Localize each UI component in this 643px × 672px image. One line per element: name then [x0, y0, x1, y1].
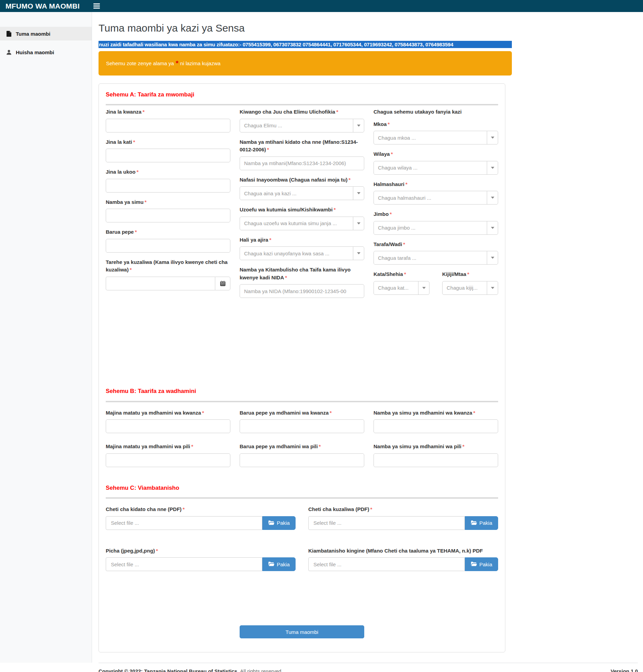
employment-label: Hali ya ajira* — [240, 236, 364, 244]
chevron-down-icon — [353, 217, 364, 230]
ward-field: Kata/Shehia* Chagua kat... — [374, 270, 429, 295]
middle-name-label: Jina la kati* — [106, 138, 230, 146]
form4-certificate-field: Cheti cha kidato cha nne (PDF)* Select f… — [106, 506, 296, 530]
division-select[interactable]: Chagua tarafa ... — [374, 251, 498, 265]
region-select[interactable]: Chagua mkoa ... — [374, 131, 498, 144]
select-placeholder: Chagua kijij... — [443, 281, 487, 294]
select-placeholder: Chagua kazi unayofanya kwa sasa ... — [240, 247, 353, 260]
experience-label: Uzoefu wa kutumia simu/Kishikwambi* — [240, 206, 364, 214]
first-name-input[interactable] — [106, 119, 230, 132]
form4-certificate-file-input[interactable]: Select file ... — [106, 516, 262, 530]
guarantor2-name-field: Majina matatu ya mdhamini wa pili* — [106, 443, 230, 467]
constituency-label: Jimbo* — [374, 210, 498, 218]
experience-select[interactable]: Chagua uzoefu wa kutumia simu janja ... — [240, 217, 364, 230]
photo-file-input[interactable]: Select file ... — [106, 557, 262, 571]
select-placeholder: Chagua jimbo ... — [374, 221, 487, 234]
other-attachment-field: Kiambatanisho kingine (Mfano Cheti cha t… — [308, 547, 498, 571]
position-label: Nafasi Inayoombwa (Chagua nafasi moja tu… — [240, 176, 364, 184]
guarantor2-phone-field: Namba ya simu ya mdhamini wa pili* — [374, 443, 498, 467]
division-field: Tarafa/Wadi* Chagua tarafa ... — [374, 241, 498, 265]
council-field: Halmashauri* Chagua halmashauri ... — [374, 181, 498, 205]
email-input[interactable] — [106, 239, 230, 253]
other-attachment-file-input[interactable]: Select file ... — [308, 557, 465, 571]
guarantor2-email-input[interactable] — [240, 453, 364, 467]
council-select[interactable]: Chagua halmashauri ... — [374, 191, 498, 205]
phone-input[interactable] — [106, 209, 230, 222]
village-field: Kijiji/Mtaa* Chagua kijij... — [442, 270, 498, 295]
sidebar: Tuma maombi Huisha maombi — [0, 12, 92, 663]
birth-certificate-file-input[interactable]: Select file ... — [308, 516, 465, 530]
sidebar-item-label: Huisha maombi — [16, 49, 54, 55]
app-title: MFUMO WA MAOMBI — [0, 2, 87, 10]
surname-input[interactable] — [106, 179, 230, 193]
birth-certificate-upload-button[interactable]: Pakia — [465, 516, 498, 530]
other-attachment-upload-button[interactable]: Pakia — [465, 557, 498, 571]
exam-number-input[interactable] — [240, 157, 364, 170]
guarantor1-email-input[interactable] — [240, 419, 364, 433]
position-select[interactable]: Chagua aina ya kazi ... — [240, 186, 364, 200]
council-label: Halmashauri* — [374, 181, 498, 188]
chevron-down-icon — [353, 247, 364, 260]
select-placeholder: Chagua wilaya ... — [374, 161, 487, 174]
chevron-down-icon — [487, 131, 498, 144]
footer: Copyright © 2022: Tanzania National Bure… — [99, 663, 638, 672]
calendar-icon[interactable] — [215, 277, 230, 290]
guarantor2-name-input[interactable] — [106, 453, 230, 467]
education-select[interactable]: Chagua Elimu ... — [240, 119, 364, 132]
guarantor1-phone-input[interactable] — [374, 419, 498, 433]
sidebar-item-tuma-maombi[interactable]: Tuma maombi — [0, 27, 92, 40]
chevron-down-icon — [353, 119, 364, 132]
constituency-field: Jimbo* Chagua jimbo ... — [374, 210, 498, 235]
page-title: Tuma maombi ya kazi ya Sensa — [99, 22, 512, 34]
select-placeholder: Chagua aina ya kazi ... — [240, 187, 353, 200]
section-c-title: Sehemu C: Viambatanisho — [106, 485, 498, 491]
folder-icon — [471, 561, 477, 567]
middle-name-input[interactable] — [106, 149, 230, 162]
employment-select[interactable]: Chagua kazi unayofanya kwa sasa ... — [240, 246, 364, 260]
section-a-title: Sehemu A: Taarifa za mwombaji — [106, 91, 498, 98]
folder-icon — [268, 561, 274, 567]
education-field: Kiwango cha Juu cha Elimu Ulichofikia* C… — [240, 108, 364, 132]
section-b-title: Sehemu B: Taarifa za wadhamini — [106, 388, 498, 395]
phone-label: Namba ya simu* — [106, 198, 230, 206]
select-placeholder: Chagua Elimu ... — [240, 119, 353, 132]
select-placeholder: Chagua halmashauri ... — [374, 191, 487, 204]
select-placeholder: Chagua kat... — [374, 281, 418, 294]
guarantor1-email-label: Barua pepe ya mdhamini wa kwanza* — [240, 409, 364, 417]
ward-select[interactable]: Chagua kat... — [374, 281, 429, 295]
ward-label: Kata/Shehia* — [374, 270, 429, 278]
guarantor2-email-field: Barua pepe ya mdhamini wa pili* — [240, 443, 364, 467]
nida-input[interactable] — [240, 284, 364, 298]
guarantor2-phone-input[interactable] — [374, 453, 498, 467]
alert-text-after: ni lazima kujazwa — [180, 60, 221, 66]
email-field: Barua pepe* — [106, 228, 230, 253]
form4-certificate-upload-button[interactable]: Pakia — [262, 516, 296, 530]
select-placeholder: Chagua uzoefu wa kutumia simu janja ... — [240, 217, 353, 230]
chevron-down-icon — [353, 187, 364, 200]
other-attachment-label: Kiambatanisho kingine (Mfano Cheti cha t… — [308, 547, 498, 555]
version-text: Version 1.0 — [611, 668, 638, 672]
guarantor1-name-label: Majina matatu ya mdhamini wa kwanza* — [106, 409, 230, 417]
district-select[interactable]: Chagua wilaya ... — [374, 161, 498, 175]
folder-icon — [268, 520, 274, 526]
person-icon — [6, 49, 12, 55]
chevron-down-icon — [487, 251, 498, 264]
dob-input[interactable] — [106, 277, 215, 290]
exam-number-field: Namba ya mtihani kidato cha nne (Mfano:S… — [240, 138, 364, 170]
submit-button[interactable]: Tuma maombi — [240, 625, 364, 638]
education-label: Kiwango cha Juu cha Elimu Ulichofikia* — [240, 108, 364, 116]
village-label: Kijiji/Mtaa* — [442, 270, 498, 278]
alert-text-before: Sehemu zote zenye alama ya — [106, 60, 174, 66]
menu-toggle-icon[interactable] — [93, 3, 100, 9]
copyright-text: Copyright © 2022: Tanzania National Bure… — [99, 668, 283, 672]
constituency-select[interactable]: Chagua jimbo ... — [374, 221, 498, 235]
guarantor2-phone-label: Namba ya simu ya mdhamini wa pili* — [374, 443, 498, 451]
guarantor2-email-label: Barua pepe ya mdhamini wa pili* — [240, 443, 364, 451]
division-label: Tarafa/Wadi* — [374, 241, 498, 248]
photo-upload-button[interactable]: Pakia — [262, 557, 296, 571]
guarantor1-name-input[interactable] — [106, 419, 230, 433]
sidebar-item-huisha-maombi[interactable]: Huisha maombi — [0, 45, 92, 59]
village-select[interactable]: Chagua kijij... — [442, 281, 498, 295]
chevron-down-icon — [487, 281, 498, 294]
guarantor2-name-label: Majina matatu ya mdhamini wa pili* — [106, 443, 230, 451]
